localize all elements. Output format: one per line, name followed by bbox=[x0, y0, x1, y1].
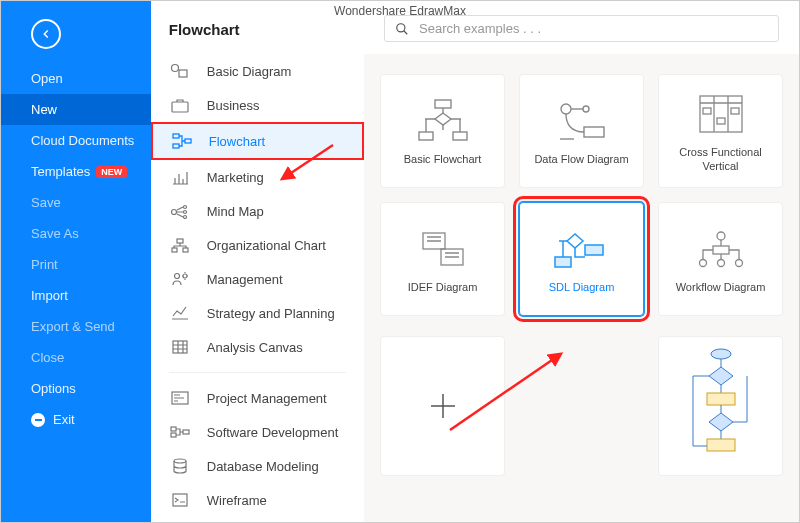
svg-rect-28 bbox=[584, 127, 604, 137]
category-label: Organizational Chart bbox=[207, 238, 326, 253]
sidebar-item-label: Exit bbox=[53, 412, 75, 427]
category-business[interactable]: Business bbox=[151, 88, 364, 122]
svg-rect-2 bbox=[172, 102, 188, 112]
sidebar-item-close[interactable]: Close bbox=[1, 342, 151, 373]
category-pm[interactable]: Project Management bbox=[151, 381, 364, 415]
svg-rect-5 bbox=[185, 139, 191, 143]
search-placeholder: Search examples . . . bbox=[419, 21, 541, 36]
svg-point-13 bbox=[174, 274, 179, 279]
category-flowchart[interactable]: Flowchart bbox=[151, 122, 364, 160]
svg-rect-32 bbox=[731, 108, 739, 114]
svg-point-26 bbox=[561, 104, 571, 114]
template-example[interactable] bbox=[658, 336, 783, 476]
template-label: IDEF Diagram bbox=[408, 280, 478, 294]
briefcase-icon bbox=[169, 96, 191, 114]
sidebar-item-exit[interactable]: Exit bbox=[1, 404, 151, 435]
category-mindmap[interactable]: Mind Map bbox=[151, 194, 364, 228]
svg-point-20 bbox=[174, 459, 186, 463]
svg-point-7 bbox=[183, 205, 186, 208]
basic-flowchart-icon bbox=[413, 96, 473, 146]
template-idef[interactable]: IDEF Diagram bbox=[380, 202, 505, 316]
crossfunc-icon bbox=[691, 89, 751, 139]
svg-rect-23 bbox=[435, 100, 451, 108]
gear-person-icon bbox=[169, 270, 191, 288]
svg-rect-19 bbox=[183, 430, 189, 434]
svg-point-22 bbox=[397, 23, 405, 31]
svg-rect-10 bbox=[177, 239, 183, 243]
category-strategy[interactable]: Strategy and Planning bbox=[151, 296, 364, 330]
sidebar-item-export[interactable]: Export & Send bbox=[1, 311, 151, 342]
category-swdev[interactable]: Software Development bbox=[151, 415, 364, 449]
gantt-icon bbox=[169, 389, 191, 407]
template-label: Cross Functional Vertical bbox=[665, 145, 776, 174]
category-label: Business bbox=[207, 98, 260, 113]
svg-rect-24 bbox=[419, 132, 433, 140]
sidebar-item-save[interactable]: Save bbox=[1, 187, 151, 218]
sidebar-item-open[interactable]: Open bbox=[1, 63, 151, 94]
category-wireframe[interactable]: Wireframe bbox=[151, 483, 364, 517]
template-label: Basic Flowchart bbox=[404, 152, 482, 166]
sidebar-item-print[interactable]: Print bbox=[1, 249, 151, 280]
idef-icon bbox=[413, 224, 473, 274]
sidebar: Open New Cloud Documents Templates NEW S… bbox=[1, 1, 151, 522]
category-db[interactable]: Database Modeling bbox=[151, 449, 364, 483]
sdl-icon bbox=[552, 224, 612, 274]
svg-point-6 bbox=[171, 209, 176, 214]
exit-icon bbox=[31, 413, 45, 427]
svg-point-37 bbox=[717, 232, 725, 240]
category-analysis[interactable]: Analysis Canvas bbox=[151, 330, 364, 364]
svg-rect-36 bbox=[555, 257, 571, 267]
main-panel: Search examples . . . Basic Flowchart Da… bbox=[364, 1, 799, 522]
template-blank[interactable] bbox=[380, 336, 505, 476]
back-button[interactable] bbox=[31, 19, 61, 49]
database-icon bbox=[169, 457, 191, 475]
svg-rect-21 bbox=[173, 494, 187, 506]
sidebar-item-saveas[interactable]: Save As bbox=[1, 218, 151, 249]
svg-rect-31 bbox=[717, 118, 725, 124]
flowchart-icon bbox=[171, 132, 193, 150]
workflow-icon bbox=[691, 224, 751, 274]
template-workflow[interactable]: Workflow Diagram bbox=[658, 202, 783, 316]
grid-icon bbox=[169, 338, 191, 356]
sidebar-item-import[interactable]: Import bbox=[1, 280, 151, 311]
category-label: Software Development bbox=[207, 425, 339, 440]
svg-point-42 bbox=[711, 349, 731, 359]
svg-rect-15 bbox=[173, 341, 187, 353]
template-sdl[interactable]: SDL Diagram bbox=[519, 202, 644, 316]
sidebar-item-new[interactable]: New bbox=[1, 94, 151, 125]
svg-point-8 bbox=[183, 210, 186, 213]
sidebar-item-options[interactable]: Options bbox=[1, 373, 151, 404]
component-icon bbox=[169, 423, 191, 441]
template-dataflow[interactable]: Data Flow Diagram bbox=[519, 74, 644, 188]
svg-rect-43 bbox=[707, 393, 735, 405]
template-basic-flowchart[interactable]: Basic Flowchart bbox=[380, 74, 505, 188]
category-label: Basic Diagram bbox=[207, 64, 292, 79]
category-org[interactable]: Organizational Chart bbox=[151, 228, 364, 262]
dataflow-icon bbox=[552, 96, 612, 146]
chart-icon bbox=[169, 168, 191, 186]
new-badge: NEW bbox=[96, 166, 127, 178]
category-marketing[interactable]: Marketing bbox=[151, 160, 364, 194]
category-management[interactable]: Management bbox=[151, 262, 364, 296]
svg-rect-30 bbox=[703, 108, 711, 114]
trend-icon bbox=[169, 304, 191, 322]
sidebar-item-cloud[interactable]: Cloud Documents bbox=[1, 125, 151, 156]
category-label: Mind Map bbox=[207, 204, 264, 219]
svg-rect-17 bbox=[171, 427, 176, 431]
shapes-icon bbox=[169, 62, 191, 80]
category-column: Flowchart Basic Diagram Business Flowcha… bbox=[151, 1, 364, 522]
template-crossfunc[interactable]: Cross Functional Vertical bbox=[658, 74, 783, 188]
search-icon bbox=[395, 22, 409, 36]
svg-point-40 bbox=[717, 259, 724, 266]
sidebar-item-templates[interactable]: Templates NEW bbox=[1, 156, 151, 187]
svg-point-41 bbox=[735, 259, 742, 266]
svg-rect-25 bbox=[453, 132, 467, 140]
category-basic-diagram[interactable]: Basic Diagram bbox=[151, 54, 364, 88]
category-label: Analysis Canvas bbox=[207, 340, 303, 355]
svg-rect-3 bbox=[173, 134, 179, 138]
template-label: SDL Diagram bbox=[549, 280, 615, 294]
search-input[interactable]: Search examples . . . bbox=[384, 15, 779, 42]
svg-rect-35 bbox=[585, 245, 603, 255]
svg-rect-12 bbox=[183, 248, 188, 252]
app-title: Wondershare EdrawMax bbox=[0, 4, 800, 18]
